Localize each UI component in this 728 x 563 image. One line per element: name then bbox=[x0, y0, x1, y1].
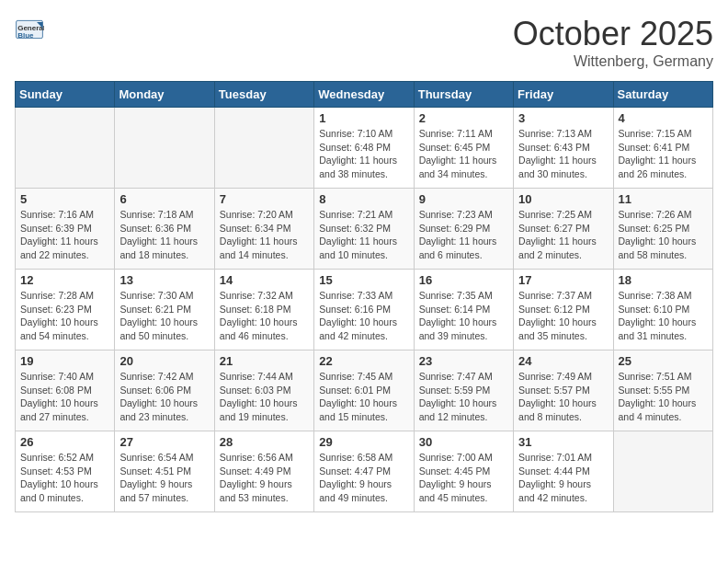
day-info: Sunrise: 7:51 AM Sunset: 5:55 PM Dayligh… bbox=[619, 370, 708, 424]
calendar-cell: 28Sunrise: 6:56 AM Sunset: 4:49 PM Dayli… bbox=[214, 431, 313, 512]
day-number: 28 bbox=[220, 435, 309, 449]
day-number: 2 bbox=[419, 111, 508, 125]
calendar-cell: 24Sunrise: 7:49 AM Sunset: 5:57 PM Dayli… bbox=[514, 350, 613, 431]
calendar-cell: 26Sunrise: 6:52 AM Sunset: 4:53 PM Dayli… bbox=[16, 431, 115, 512]
logo-icon: General Blue bbox=[15, 15, 44, 44]
day-number: 14 bbox=[220, 273, 309, 287]
calendar-cell: 16Sunrise: 7:35 AM Sunset: 6:14 PM Dayli… bbox=[414, 270, 513, 350]
calendar-cell: 5Sunrise: 7:16 AM Sunset: 6:39 PM Daylig… bbox=[16, 189, 115, 270]
calendar-cell: 25Sunrise: 7:51 AM Sunset: 5:55 PM Dayli… bbox=[613, 350, 712, 431]
day-info: Sunrise: 7:13 AM Sunset: 6:43 PM Dayligh… bbox=[518, 127, 608, 181]
calendar-cell: 3Sunrise: 7:13 AM Sunset: 6:43 PM Daylig… bbox=[514, 108, 613, 189]
calendar-cell: 8Sunrise: 7:21 AM Sunset: 6:32 PM Daylig… bbox=[314, 189, 414, 270]
day-number: 29 bbox=[319, 435, 408, 449]
calendar-cell: 11Sunrise: 7:26 AM Sunset: 6:25 PM Dayli… bbox=[613, 189, 712, 270]
weekday-header-friday: Friday bbox=[514, 82, 613, 108]
day-info: Sunrise: 7:01 AM Sunset: 4:44 PM Dayligh… bbox=[518, 451, 608, 505]
day-number: 21 bbox=[220, 354, 309, 368]
calendar-cell: 9Sunrise: 7:23 AM Sunset: 6:29 PM Daylig… bbox=[414, 189, 513, 270]
day-info: Sunrise: 6:52 AM Sunset: 4:53 PM Dayligh… bbox=[20, 451, 109, 505]
day-info: Sunrise: 7:33 AM Sunset: 6:16 PM Dayligh… bbox=[319, 289, 408, 343]
day-info: Sunrise: 6:58 AM Sunset: 4:47 PM Dayligh… bbox=[319, 451, 408, 505]
day-info: Sunrise: 7:25 AM Sunset: 6:27 PM Dayligh… bbox=[518, 208, 608, 262]
calendar-cell: 18Sunrise: 7:38 AM Sunset: 6:10 PM Dayli… bbox=[613, 270, 712, 350]
weekday-header-sunday: Sunday bbox=[16, 82, 115, 108]
day-info: Sunrise: 7:44 AM Sunset: 6:03 PM Dayligh… bbox=[220, 370, 309, 424]
calendar-cell bbox=[214, 108, 313, 189]
day-number: 11 bbox=[619, 192, 708, 206]
day-info: Sunrise: 7:35 AM Sunset: 6:14 PM Dayligh… bbox=[419, 289, 508, 343]
weekday-header-saturday: Saturday bbox=[613, 82, 712, 108]
day-number: 7 bbox=[220, 192, 309, 206]
day-number: 16 bbox=[419, 273, 508, 287]
calendar-cell: 23Sunrise: 7:47 AM Sunset: 5:59 PM Dayli… bbox=[414, 350, 513, 431]
day-info: Sunrise: 7:10 AM Sunset: 6:48 PM Dayligh… bbox=[319, 127, 408, 181]
calendar-cell: 22Sunrise: 7:45 AM Sunset: 6:01 PM Dayli… bbox=[314, 350, 414, 431]
page-header: General Blue October 2025 Wittenberg, Ge… bbox=[15, 15, 713, 70]
day-info: Sunrise: 7:38 AM Sunset: 6:10 PM Dayligh… bbox=[619, 289, 708, 343]
weekday-header-monday: Monday bbox=[115, 82, 214, 108]
calendar-title: October 2025 bbox=[513, 15, 713, 53]
calendar-cell: 31Sunrise: 7:01 AM Sunset: 4:44 PM Dayli… bbox=[514, 431, 613, 512]
calendar-cell: 2Sunrise: 7:11 AM Sunset: 6:45 PM Daylig… bbox=[414, 108, 513, 189]
day-info: Sunrise: 7:47 AM Sunset: 5:59 PM Dayligh… bbox=[419, 370, 508, 424]
day-number: 23 bbox=[419, 354, 508, 368]
calendar-week-row: 19Sunrise: 7:40 AM Sunset: 6:08 PM Dayli… bbox=[16, 350, 713, 431]
day-number: 24 bbox=[518, 354, 608, 368]
day-info: Sunrise: 7:49 AM Sunset: 5:57 PM Dayligh… bbox=[518, 370, 608, 424]
day-info: Sunrise: 6:56 AM Sunset: 4:49 PM Dayligh… bbox=[220, 451, 309, 505]
svg-text:Blue: Blue bbox=[17, 31, 34, 40]
calendar-week-row: 26Sunrise: 6:52 AM Sunset: 4:53 PM Dayli… bbox=[16, 431, 713, 512]
day-number: 10 bbox=[518, 192, 608, 206]
title-block: October 2025 Wittenberg, Germany bbox=[513, 15, 713, 70]
day-number: 26 bbox=[20, 435, 109, 449]
calendar-cell: 10Sunrise: 7:25 AM Sunset: 6:27 PM Dayli… bbox=[514, 189, 613, 270]
day-info: Sunrise: 7:18 AM Sunset: 6:36 PM Dayligh… bbox=[119, 208, 209, 262]
day-number: 15 bbox=[319, 273, 408, 287]
weekday-header-wednesday: Wednesday bbox=[314, 82, 414, 108]
day-number: 22 bbox=[319, 354, 408, 368]
calendar-table: SundayMondayTuesdayWednesdayThursdayFrid… bbox=[15, 81, 713, 512]
day-number: 25 bbox=[619, 354, 708, 368]
logo: General Blue bbox=[15, 15, 44, 44]
day-info: Sunrise: 7:21 AM Sunset: 6:32 PM Dayligh… bbox=[319, 208, 408, 262]
day-number: 20 bbox=[119, 354, 209, 368]
calendar-cell: 12Sunrise: 7:28 AM Sunset: 6:23 PM Dayli… bbox=[16, 270, 115, 350]
calendar-week-row: 5Sunrise: 7:16 AM Sunset: 6:39 PM Daylig… bbox=[16, 189, 713, 270]
day-number: 12 bbox=[20, 273, 109, 287]
day-number: 6 bbox=[119, 192, 209, 206]
day-info: Sunrise: 7:00 AM Sunset: 4:45 PM Dayligh… bbox=[419, 451, 508, 505]
day-info: Sunrise: 7:32 AM Sunset: 6:18 PM Dayligh… bbox=[220, 289, 309, 343]
weekday-header-row: SundayMondayTuesdayWednesdayThursdayFrid… bbox=[16, 82, 713, 108]
day-info: Sunrise: 7:26 AM Sunset: 6:25 PM Dayligh… bbox=[619, 208, 708, 262]
day-info: Sunrise: 7:42 AM Sunset: 6:06 PM Dayligh… bbox=[119, 370, 209, 424]
weekday-header-tuesday: Tuesday bbox=[214, 82, 313, 108]
day-info: Sunrise: 7:16 AM Sunset: 6:39 PM Dayligh… bbox=[20, 208, 109, 262]
calendar-cell bbox=[115, 108, 214, 189]
calendar-cell: 20Sunrise: 7:42 AM Sunset: 6:06 PM Dayli… bbox=[115, 350, 214, 431]
day-number: 19 bbox=[20, 354, 109, 368]
day-info: Sunrise: 7:45 AM Sunset: 6:01 PM Dayligh… bbox=[319, 370, 408, 424]
calendar-week-row: 12Sunrise: 7:28 AM Sunset: 6:23 PM Dayli… bbox=[16, 270, 713, 350]
calendar-cell: 21Sunrise: 7:44 AM Sunset: 6:03 PM Dayli… bbox=[214, 350, 313, 431]
day-number: 27 bbox=[119, 435, 209, 449]
calendar-cell: 29Sunrise: 6:58 AM Sunset: 4:47 PM Dayli… bbox=[314, 431, 414, 512]
calendar-cell: 7Sunrise: 7:20 AM Sunset: 6:34 PM Daylig… bbox=[214, 189, 313, 270]
day-number: 13 bbox=[119, 273, 209, 287]
day-number: 17 bbox=[518, 273, 608, 287]
day-number: 1 bbox=[319, 111, 408, 125]
day-number: 5 bbox=[20, 192, 109, 206]
day-number: 18 bbox=[619, 273, 708, 287]
calendar-week-row: 1Sunrise: 7:10 AM Sunset: 6:48 PM Daylig… bbox=[16, 108, 713, 189]
weekday-header-thursday: Thursday bbox=[414, 82, 513, 108]
calendar-cell: 1Sunrise: 7:10 AM Sunset: 6:48 PM Daylig… bbox=[314, 108, 414, 189]
day-info: Sunrise: 7:28 AM Sunset: 6:23 PM Dayligh… bbox=[20, 289, 109, 343]
day-info: Sunrise: 7:40 AM Sunset: 6:08 PM Dayligh… bbox=[20, 370, 109, 424]
calendar-cell: 19Sunrise: 7:40 AM Sunset: 6:08 PM Dayli… bbox=[16, 350, 115, 431]
calendar-cell: 6Sunrise: 7:18 AM Sunset: 6:36 PM Daylig… bbox=[115, 189, 214, 270]
calendar-cell: 4Sunrise: 7:15 AM Sunset: 6:41 PM Daylig… bbox=[613, 108, 712, 189]
day-number: 3 bbox=[518, 111, 608, 125]
day-info: Sunrise: 7:20 AM Sunset: 6:34 PM Dayligh… bbox=[220, 208, 309, 262]
day-info: Sunrise: 7:23 AM Sunset: 6:29 PM Dayligh… bbox=[419, 208, 508, 262]
day-info: Sunrise: 7:37 AM Sunset: 6:12 PM Dayligh… bbox=[518, 289, 608, 343]
